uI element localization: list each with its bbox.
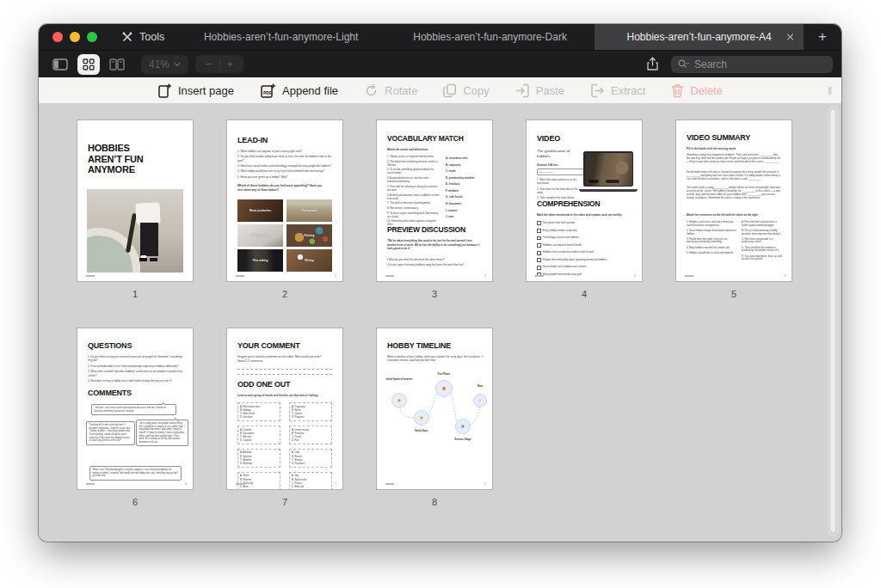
page-thumbnail-5[interactable]: VIDEO SUMMARY Fill in the blanks with th…	[676, 120, 792, 281]
page-thumbnail-3[interactable]: VOCABULARY MATCH Match the words and def…	[377, 120, 492, 281]
worksheet-line: D. Capture	[240, 438, 278, 442]
extract-button[interactable]: Extract	[590, 83, 645, 98]
page-thumbnail-8[interactable]: HOBBY TIMELINE Make a timeline of your h…	[377, 328, 492, 489]
worksheet-line: 2. The belief that everything must be us…	[387, 160, 440, 167]
worksheet-line: 1. Hobbies used to be a safe place where…	[687, 221, 736, 227]
titlebar: Tools Hobbies-aren’t-fun-anymore-Light H…	[39, 24, 841, 50]
page-number-label: 4	[527, 289, 642, 299]
zoom-stepper[interactable]: − +	[195, 55, 243, 73]
hobby-photo: Skateboarding	[237, 224, 283, 247]
worksheet-line: 2. If social media didn’t exist, how wou…	[88, 364, 184, 368]
toolbar-overflow-handle[interactable]: ‖	[828, 85, 833, 97]
page-thumbnail-6[interactable]: QUESTIONS 1. Do you think society puts t…	[77, 328, 193, 489]
checkbox-row: Hobbies can improve mental health	[537, 243, 633, 248]
skateboarder-photo	[87, 189, 183, 273]
worksheet-line: 5. Hobbies should help us relax and enjo…	[687, 252, 736, 255]
tab-light[interactable]: Hobbies-aren’t-fun-anymore-Light	[176, 24, 385, 50]
worksheet-line: C. Rest feels irresponsible in a product…	[742, 238, 783, 244]
copy-icon	[443, 83, 457, 98]
rotate-icon	[364, 83, 379, 98]
delete-button[interactable]: Delete	[671, 83, 723, 98]
tab-a4-active[interactable]: Hobbies-aren’t-fun-anymore-A4	[595, 24, 804, 50]
worksheet-line: 2. Do you think people today have more o…	[237, 155, 334, 162]
tools-menu-button[interactable]: Tools	[109, 24, 176, 50]
worksheet-line: 7. The path or direction of development	[387, 201, 440, 205]
timeline-path-graphic	[382, 370, 487, 466]
comment-bubble: I like to play guitar, but people starte…	[136, 420, 188, 446]
new-tab-button[interactable]: +	[804, 24, 841, 50]
worksheet-line: 1. Watch the video and focus on the new …	[537, 178, 582, 185]
grid-view-icon[interactable]	[77, 54, 100, 75]
word-group-box: A. Recreation time B. Holiday C. Side hu…	[237, 402, 280, 421]
checkbox-icon	[537, 266, 541, 270]
page-thumbnail-1[interactable]: HOBBIES AREN’T FUN ANYMORE	[77, 120, 193, 281]
zoom-window-button[interactable]	[87, 32, 97, 42]
search-icon	[678, 59, 689, 69]
append-file-icon: PDF	[260, 83, 276, 98]
worksheet-line: B. trajectory	[446, 163, 487, 167]
worksheet-line: D. Progress	[292, 415, 330, 419]
worksheet-line: 4. A specialized area or role that suits…	[387, 176, 440, 183]
hobby-photo: Photography	[286, 199, 332, 222]
hobby-photo: Music production	[237, 199, 283, 222]
checkbox-row: Hobbies have turned into another form of…	[537, 250, 633, 254]
close-icon[interactable]	[786, 34, 794, 41]
zoom-out-button[interactable]: −	[203, 58, 215, 70]
sidebar-panel-icon[interactable]	[49, 54, 71, 75]
stepper-divider	[219, 59, 220, 70]
word-group-box: A. Trajectory B. Niche C. Career D. Prog…	[289, 402, 332, 421]
hobby-photo: Painting	[286, 224, 332, 247]
insert-page-icon	[157, 83, 172, 98]
share-icon[interactable]	[646, 57, 659, 71]
scrollbar-thumb[interactable]	[830, 109, 835, 532]
word-group-box: A. Unnecessary B. Frivolous C. Trivial D…	[289, 426, 332, 444]
hobby-photo-grid: Music productionPhotographySkateboarding…	[237, 199, 332, 272]
worksheet-line: J. owe	[446, 215, 487, 218]
copy-button[interactable]: Copy	[443, 83, 489, 98]
comment-bubble: Traveling fell victim to this big time. …	[86, 421, 135, 445]
answer-line	[237, 374, 332, 375]
worksheet-line: 5. Free time for relaxing or doing fun a…	[387, 185, 440, 192]
page-thumbnail-7[interactable]: YOUR COMMENT Imagine you’re asked to com…	[227, 328, 342, 489]
worksheet-line: 3. People often feel guilty if they are …	[687, 238, 736, 244]
tab-dark[interactable]: Hobbies-aren’t-fun-anymore-Dark	[385, 24, 595, 50]
worksheet-line: 2. Take notes on the main idea of the vi…	[537, 187, 582, 194]
zoom-in-button[interactable]: +	[225, 58, 237, 70]
page-number-label: 8	[377, 497, 492, 507]
worksheet-line: F. antidote	[446, 189, 487, 193]
comment-bubble: When I say “I like photography” everyone…	[89, 466, 182, 481]
zoom-level-dropdown[interactable]: 41%	[141, 55, 188, 74]
worksheet-line: D. Main job	[292, 485, 330, 488]
page-thumbnail-4[interactable]: VIDEO The grindification of hobbies Dura…	[527, 120, 642, 281]
laptop-video-thumbnail	[579, 151, 638, 193]
thumbnail-row-2: QUESTIONS 1. Do you think society puts t…	[77, 328, 841, 507]
worksheet-line: 2. Social media changes how people exper…	[687, 230, 736, 236]
close-window-button[interactable]	[52, 32, 63, 42]
tools-label: Tools	[139, 31, 164, 43]
worksheet-line: A. recreation time	[446, 156, 487, 160]
worksheet-line: D. They should be the antidote to produc…	[742, 247, 783, 253]
hobby-photo: Writing	[286, 249, 332, 272]
preview-bullets: • What do you think this idea from the v…	[387, 258, 482, 268]
comment-bubble: I feel like I can’t even read fiction an…	[91, 404, 176, 415]
insert-page-button[interactable]: Insert page	[157, 83, 234, 98]
worksheet-line: 4. What hobby would you love to try if y…	[237, 169, 334, 174]
minimize-window-button[interactable]	[70, 32, 80, 42]
view-toolbar: 41% − + Search	[39, 50, 841, 77]
thumbnail-canvas: HOBBIES AREN’T FUN ANYMORE 1	[39, 103, 841, 542]
checkbox-row: Technology creates new hobbies	[537, 236, 633, 240]
comprehension-checklist: Recreation time feels wastedEvery hobby …	[537, 221, 633, 280]
page-thumbnail-2[interactable]: LEAD-IN 1. What hobbies are popular in y…	[227, 120, 342, 281]
search-input[interactable]: Search	[671, 56, 833, 73]
lead-in-questions: 1. What hobbies are popular in your coun…	[237, 150, 334, 181]
two-page-view-icon[interactable]	[106, 54, 128, 75]
search-placeholder: Search	[694, 58, 727, 70]
page-number-label: 3	[377, 289, 492, 299]
rotate-button[interactable]: Rotate	[364, 83, 417, 98]
worksheet-line: G. side hustle	[446, 195, 487, 199]
paste-button[interactable]: Paste	[515, 83, 564, 98]
tab-strip: Hobbies-aren’t-fun-anymore-Light Hobbies…	[176, 24, 804, 50]
append-file-button[interactable]: PDF Append file	[260, 83, 338, 98]
hobby-photo: Film making	[237, 249, 283, 272]
word-group-box: A. Antidote B. Solution C. Mindset D. Re…	[237, 449, 280, 468]
